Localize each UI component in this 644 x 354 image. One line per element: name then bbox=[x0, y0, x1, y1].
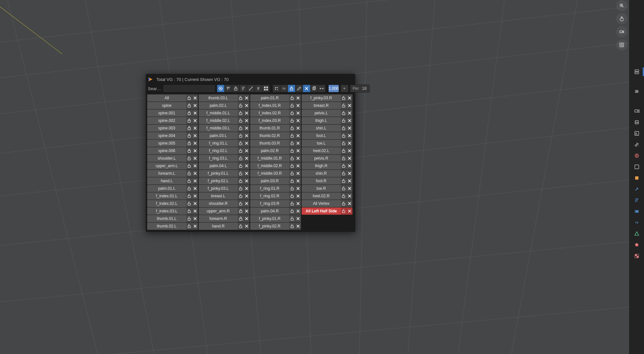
vg-name[interactable]: heel.02.L bbox=[302, 148, 341, 153]
unlock-icon[interactable] bbox=[238, 140, 244, 147]
unlock-icon[interactable] bbox=[289, 109, 295, 117]
vg-row[interactable]: thumb.02.L bbox=[147, 223, 198, 230]
remove-icon[interactable] bbox=[192, 155, 198, 162]
vg-row[interactable]: palm.04.L bbox=[199, 162, 250, 169]
mesh-data-tab[interactable] bbox=[632, 229, 642, 239]
vg-row[interactable]: f_pinky.02.R bbox=[250, 223, 301, 230]
vg-name[interactable]: f_middle.02.R bbox=[250, 164, 289, 168]
unlock-icon[interactable] bbox=[341, 200, 347, 207]
vg-name[interactable]: f_pinky.01.R bbox=[250, 216, 289, 221]
zoom-gizmo[interactable] bbox=[616, 0, 627, 11]
bone-filter-toggle[interactable] bbox=[247, 85, 255, 92]
unlock-icon[interactable] bbox=[341, 140, 347, 147]
particles-tab[interactable] bbox=[632, 195, 642, 205]
remove-icon[interactable] bbox=[347, 102, 352, 109]
vg-name[interactable]: forearm.R bbox=[199, 216, 238, 221]
remove-icon[interactable] bbox=[295, 109, 301, 117]
remove-icon[interactable] bbox=[192, 162, 198, 169]
remove-icon[interactable] bbox=[295, 192, 301, 200]
scene-tab[interactable] bbox=[632, 140, 642, 149]
remove-icon[interactable] bbox=[347, 200, 352, 207]
remove-icon[interactable] bbox=[347, 155, 352, 162]
remove-icon[interactable] bbox=[244, 185, 250, 192]
output-tab[interactable] bbox=[632, 117, 642, 127]
remove-icon[interactable] bbox=[347, 207, 352, 215]
vg-name[interactable]: pelvis.R bbox=[302, 156, 341, 161]
remove-icon[interactable] bbox=[347, 117, 352, 124]
vg-row[interactable]: f_pinky.03.L bbox=[199, 185, 250, 192]
vg-row[interactable]: thumb.03.L bbox=[199, 94, 250, 102]
vg-name[interactable]: f_ring.02.R bbox=[250, 194, 289, 198]
vg-name[interactable]: thumb.03.L bbox=[199, 96, 238, 100]
vg-name[interactable]: heel.02.R bbox=[302, 194, 341, 198]
vg-name[interactable]: palm.04.L bbox=[199, 164, 238, 168]
vg-row[interactable]: heel.02.L bbox=[302, 147, 352, 154]
unlock-icon[interactable] bbox=[341, 125, 347, 132]
unlock-icon[interactable] bbox=[238, 125, 244, 132]
search-input[interactable] bbox=[163, 85, 215, 92]
vg-row[interactable]: thigh.R bbox=[302, 162, 352, 169]
unlock-icon[interactable] bbox=[289, 132, 295, 139]
viewport-3d[interactable]: Total VG : 70 | Current Shown VG : 70 Se… bbox=[0, 0, 644, 354]
lock-icon[interactable] bbox=[186, 140, 192, 147]
remove-icon[interactable] bbox=[192, 207, 198, 215]
remove-icon[interactable] bbox=[244, 140, 250, 147]
lock-icon[interactable] bbox=[186, 125, 192, 132]
physics-tab[interactable] bbox=[632, 206, 642, 216]
vg-row[interactable]: All Vertex bbox=[302, 200, 352, 207]
vg-row[interactable]: forearm.R bbox=[199, 215, 250, 222]
vg-row[interactable]: f_index.02.L bbox=[147, 200, 198, 207]
vg-name[interactable]: All bbox=[147, 96, 186, 100]
vg-name[interactable]: upper_arm.L bbox=[147, 164, 186, 168]
vg-name[interactable]: thumb.02.L bbox=[147, 224, 186, 228]
remove-icon[interactable] bbox=[295, 215, 301, 222]
options-tab[interactable] bbox=[632, 67, 642, 77]
vg-name[interactable]: f_ring.02.L bbox=[199, 148, 238, 153]
tool-tab[interactable] bbox=[632, 87, 642, 96]
remove-icon[interactable] bbox=[295, 207, 301, 215]
unlock-icon[interactable] bbox=[238, 94, 244, 102]
vg-name[interactable]: breast.L bbox=[199, 194, 238, 198]
vg-row[interactable]: f_pinky.03.R bbox=[302, 94, 352, 102]
unlock-icon[interactable] bbox=[341, 94, 347, 102]
link-tool[interactable] bbox=[280, 85, 288, 92]
modifier-tab[interactable] bbox=[632, 184, 642, 194]
unlock-icon[interactable] bbox=[289, 207, 295, 215]
weight-value-field[interactable]: 1.000 bbox=[328, 85, 339, 92]
vg-row[interactable]: f_middle.02.R bbox=[250, 162, 301, 169]
remove-icon[interactable] bbox=[295, 177, 301, 185]
vg-name[interactable]: f_pinky.02.R bbox=[250, 224, 289, 228]
vg-row[interactable]: spine.003 bbox=[147, 125, 198, 132]
vg-row[interactable]: palm.04.R bbox=[250, 207, 301, 215]
vg-name[interactable]: hand.L bbox=[147, 179, 186, 183]
remove-icon[interactable] bbox=[244, 109, 250, 117]
remove-tool[interactable] bbox=[303, 85, 311, 92]
remove-icon[interactable] bbox=[347, 185, 352, 192]
unlock-icon[interactable] bbox=[341, 177, 347, 185]
vg-name[interactable]: palm.01.R bbox=[250, 96, 289, 100]
vg-row[interactable]: spine.006 bbox=[147, 147, 198, 154]
remove-icon[interactable] bbox=[192, 177, 198, 185]
vg-name[interactable]: palm.02.L bbox=[199, 103, 238, 108]
remove-icon[interactable] bbox=[244, 117, 250, 124]
remove-icon[interactable] bbox=[347, 109, 352, 117]
material-tab[interactable] bbox=[632, 240, 642, 250]
remove-icon[interactable] bbox=[295, 170, 301, 177]
remove-icon[interactable] bbox=[244, 192, 250, 200]
unlock-icon[interactable] bbox=[341, 109, 347, 117]
view-layer-tab[interactable] bbox=[632, 128, 642, 138]
unlock-icon[interactable] bbox=[186, 200, 192, 207]
edit-tool[interactable] bbox=[295, 85, 303, 92]
vg-row[interactable]: f_ring.02.L bbox=[199, 147, 250, 154]
unlock-icon[interactable] bbox=[289, 155, 295, 162]
bold-filter-toggle[interactable]: F bbox=[255, 85, 262, 92]
unlock-icon[interactable] bbox=[238, 117, 244, 124]
unlock-icon[interactable] bbox=[289, 192, 295, 200]
vg-name[interactable]: f_pinky.02.L bbox=[199, 179, 238, 183]
copy-tool[interactable] bbox=[311, 85, 318, 92]
sort-toggle[interactable] bbox=[240, 85, 247, 92]
remove-icon[interactable] bbox=[192, 140, 198, 147]
remove-icon[interactable] bbox=[295, 185, 301, 192]
lock-icon[interactable] bbox=[186, 147, 192, 154]
vg-row[interactable]: f_ring.02.R bbox=[250, 192, 301, 200]
